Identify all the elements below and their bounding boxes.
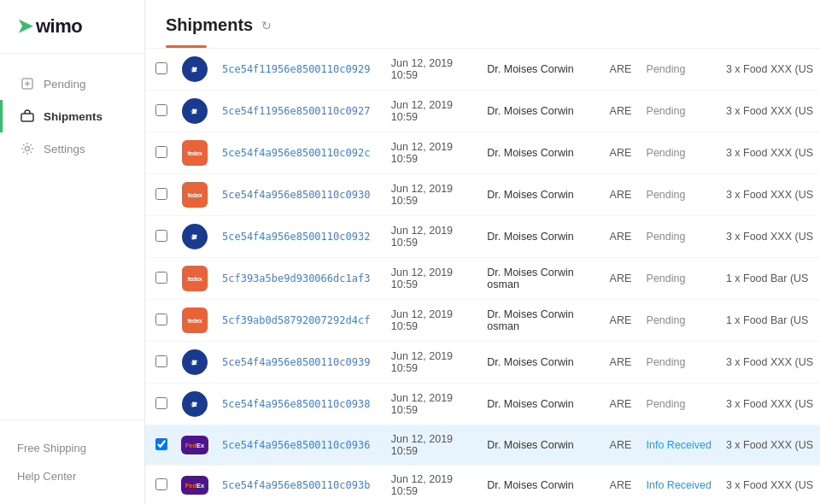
table-row[interactable]: fedex5cf39ab0d58792007292d4cfJun 12, 201… <box>145 300 820 342</box>
shipment-date: Jun 12, 2019 10:59 <box>384 425 481 466</box>
shipment-date: Jun 12, 2019 10:59 <box>384 384 481 425</box>
product-info: 3 x Food XXX (US <box>719 132 820 174</box>
carrier-fedex-icon: FedEx <box>181 436 208 454</box>
shipment-status: Pending <box>640 216 719 258</box>
shipment-date: Jun 12, 2019 10:59 <box>384 49 481 91</box>
product-info: 3 x Food XXX (US <box>719 342 820 384</box>
recipient-name: Dr. Moises Corwin <box>480 91 601 132</box>
table-row[interactable]: FedEx5ce54f4a956e8500110c093bJun 12, 201… <box>145 466 820 505</box>
recipient-name: Dr. Moises Corwin <box>480 174 601 216</box>
recipient-name: Dr. Moises Corwin osman <box>480 258 601 300</box>
pending-icon <box>20 76 35 91</box>
pending-label: Pending <box>44 78 86 91</box>
table-row[interactable]: 5ce54f11956e8500110c0927Jun 12, 2019 10:… <box>145 91 820 132</box>
shipment-id: 5ce54f4a956e8500110c0932 <box>215 216 384 258</box>
sidebar-item-shipments[interactable]: Shipments <box>0 100 144 132</box>
product-info: 1 x Food Bar (US <box>719 300 820 342</box>
nav-section: Pending Shipments Settings <box>0 54 144 419</box>
shipment-status: Info Received <box>640 425 719 466</box>
table-row[interactable]: 5ce54f4a956e8500110c0938Jun 12, 2019 10:… <box>145 384 820 425</box>
logo-icon: ➤ <box>17 17 32 36</box>
help-center-link[interactable]: Help Center <box>0 462 144 490</box>
carrier-orange-icon: fedex <box>182 308 208 333</box>
country-code: ARE <box>601 49 639 91</box>
shipment-date: Jun 12, 2019 10:59 <box>384 132 481 174</box>
logo-text: wimo <box>36 15 82 38</box>
shipment-id: 5ce54f4a956e8500110c093b <box>215 466 384 505</box>
table-row[interactable]: 5ce54f4a956e8500110c0932Jun 12, 2019 10:… <box>145 216 820 258</box>
table-row[interactable]: fedex5ce54f4a956e8500110c092cJun 12, 201… <box>145 132 820 174</box>
country-code: ARE <box>601 425 639 466</box>
carrier-blue-icon <box>182 56 208 82</box>
shipment-status: Pending <box>640 49 719 91</box>
settings-label: Settings <box>44 143 85 155</box>
main-header: Shipments ↻ <box>145 0 820 49</box>
row-checkbox[interactable] <box>155 355 167 367</box>
shipment-id: 5ce54f4a956e8500110c0938 <box>215 384 384 425</box>
page-title-row: Shipments ↻ <box>166 15 800 45</box>
free-shipping-label: Free Shipping <box>17 442 86 454</box>
row-checkbox[interactable] <box>155 104 167 116</box>
country-code: ARE <box>601 91 639 132</box>
refresh-button[interactable]: ↻ <box>261 19 272 32</box>
row-checkbox[interactable] <box>155 478 167 490</box>
table-row[interactable]: FedEx5ce54f4a956e8500110c0936Jun 12, 201… <box>145 425 820 466</box>
recipient-name: Dr. Moises Corwin <box>480 342 601 384</box>
sidebar-item-settings[interactable]: Settings <box>0 132 144 165</box>
shipment-date: Jun 12, 2019 10:59 <box>384 174 481 216</box>
shipment-date: Jun 12, 2019 10:59 <box>384 342 481 384</box>
shipment-id: 5ce54f4a956e8500110c0939 <box>215 342 384 384</box>
free-shipping-link[interactable]: Free Shipping <box>0 434 144 462</box>
shipment-id: 5ce54f4a956e8500110c0936 <box>215 425 384 466</box>
row-checkbox[interactable] <box>155 397 167 409</box>
settings-icon <box>20 141 35 156</box>
logo: ➤ wimo <box>17 15 127 38</box>
shipment-id: 5ce54f11956e8500110c0927 <box>215 91 384 132</box>
recipient-name: Dr. Moises Corwin <box>480 132 601 174</box>
recipient-name: Dr. Moises Corwin <box>480 425 601 466</box>
shipments-table: 5ce54f11956e8500110c0929Jun 12, 2019 10:… <box>145 49 820 504</box>
shipments-icon <box>20 108 35 124</box>
carrier-blue-icon <box>182 98 208 124</box>
product-info: 3 x Food XXX (US <box>719 216 820 258</box>
shipment-status: Pending <box>640 384 719 425</box>
country-code: ARE <box>601 174 639 216</box>
shipment-date: Jun 12, 2019 10:59 <box>384 216 481 258</box>
row-checkbox[interactable] <box>155 438 167 450</box>
logo-area: ➤ wimo <box>0 0 144 54</box>
table-row[interactable]: fedex5cf393a5be9d930066dc1af3Jun 12, 201… <box>145 258 820 300</box>
table-row[interactable]: 5ce54f11956e8500110c0929Jun 12, 2019 10:… <box>145 49 820 91</box>
sidebar-bottom: Free Shipping Help Center <box>0 419 144 504</box>
product-info: 3 x Food XXX (US <box>719 49 820 91</box>
row-checkbox[interactable] <box>155 230 167 242</box>
svg-point-4 <box>26 147 30 151</box>
product-info: 3 x Food XXX (US <box>719 384 820 425</box>
shipments-label: Shipments <box>44 110 102 123</box>
sidebar: ➤ wimo Pending Shipments <box>0 0 145 504</box>
shipment-id: 5ce54f4a956e8500110c0930 <box>215 174 384 216</box>
row-checkbox[interactable] <box>155 188 167 200</box>
shipment-id: 5cf393a5be9d930066dc1af3 <box>215 258 384 300</box>
table-row[interactable]: 5ce54f4a956e8500110c0939Jun 12, 2019 10:… <box>145 342 820 384</box>
row-checkbox[interactable] <box>155 62 167 74</box>
country-code: ARE <box>601 342 639 384</box>
country-code: ARE <box>601 466 639 505</box>
shipment-id: 5cf39ab0d58792007292d4cf <box>215 300 384 342</box>
shipment-status: Pending <box>640 132 719 174</box>
shipment-status: Info Received <box>640 466 719 505</box>
product-info: 3 x Food XXX (US <box>719 91 820 132</box>
country-code: ARE <box>601 258 639 300</box>
sidebar-item-pending[interactable]: Pending <box>0 67 144 100</box>
row-checkbox[interactable] <box>155 314 167 325</box>
main-content: Shipments ↻ 5ce54f11956e8500110c0929Jun … <box>145 0 820 504</box>
recipient-name: Dr. Moises Corwin <box>480 466 601 505</box>
shipment-status: Pending <box>640 342 719 384</box>
country-code: ARE <box>601 216 639 258</box>
help-center-label: Help Center <box>17 470 76 483</box>
carrier-orange-icon: fedex <box>182 266 208 291</box>
row-checkbox[interactable] <box>155 272 167 284</box>
table-row[interactable]: fedex5ce54f4a956e8500110c0930Jun 12, 201… <box>145 174 820 216</box>
table-container: 5ce54f11956e8500110c0929Jun 12, 2019 10:… <box>145 49 820 504</box>
row-checkbox[interactable] <box>155 146 167 158</box>
product-info: 3 x Food XXX (US <box>719 174 820 216</box>
